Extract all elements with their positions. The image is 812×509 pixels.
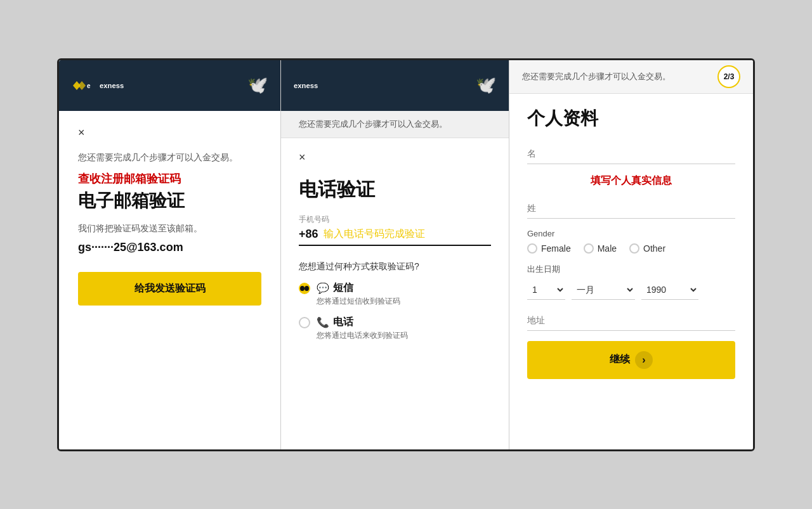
svg-text:exness: exness xyxy=(294,81,318,89)
sms-option-desc: 您将通过短信收到验证码 xyxy=(317,296,400,307)
dob-year-select[interactable]: 1990 xyxy=(641,280,698,300)
gender-male[interactable]: Male xyxy=(584,243,617,254)
phone-option-content: 📞 电话 您将通过电话来收到验证码 xyxy=(317,316,408,341)
dob-label: 出生日期 xyxy=(527,264,735,275)
exness-logo-2: exness xyxy=(294,79,325,93)
panel1-description: 我们将把验证码发送至该邮箱。 xyxy=(78,223,261,235)
svg-text:exness: exness xyxy=(100,81,124,89)
panel2-body: × 电话验证 手机号码 +86 输入电话号码完成验证 您想通过何种方式获取验证码… xyxy=(281,138,509,449)
panel1-step-text: 您还需要完成几个步骤才可以入金交易。 xyxy=(78,152,261,164)
panel-personal-info: 您还需要完成几个步骤才可以入金交易。 2/3 个人资料 填写个人真实信息 Gen… xyxy=(509,60,753,449)
send-code-button[interactable]: 给我发送验证码 xyxy=(78,272,261,306)
panel1-title: 电子邮箱验证 xyxy=(78,189,261,213)
phone-label: 手机号码 xyxy=(299,214,491,225)
panel-phone-verification: exness 🕊️ 您还需要完成几个步骤才可以入金交易。 × 电话验证 手机号码… xyxy=(281,60,509,449)
female-radio[interactable] xyxy=(527,243,537,254)
last-name-input[interactable] xyxy=(527,198,735,219)
phone-option[interactable]: 📞 电话 您将通过电话来收到验证码 xyxy=(299,316,491,341)
phone-radio[interactable] xyxy=(299,317,310,328)
female-label: Female xyxy=(541,243,571,254)
fill-info-annotation: 填写个人真实信息 xyxy=(527,174,735,188)
phone-option-desc: 您将通过电话来收到验证码 xyxy=(317,330,408,341)
phone-verification-title: 电话验证 xyxy=(299,177,491,203)
sms-option[interactable]: 💬 短信 您将通过短信收到验证码 xyxy=(299,281,491,307)
svg-text:e: e xyxy=(87,82,91,89)
gender-label: Gender xyxy=(527,229,735,238)
personal-info-title: 个人资料 xyxy=(527,106,735,131)
phone-placeholder-text: 输入电话号码完成验证 xyxy=(324,228,425,241)
panel1-body: × 您还需要完成几个步骤才可以入金交易。 查收注册邮箱验证码 电子邮箱验证 我们… xyxy=(59,111,280,449)
continue-arrow-icon: › xyxy=(635,351,653,369)
dob-month-select[interactable]: 一月 xyxy=(572,280,635,300)
panel1-email: gs·······25@163.com xyxy=(78,241,261,254)
step-badge: 2/3 xyxy=(717,65,740,88)
close-button-2[interactable]: × xyxy=(299,151,306,164)
phone-call-icon: 📞 xyxy=(317,316,329,328)
exness-logo-1: e exness xyxy=(72,79,131,93)
phone-input-row: +86 输入电话号码完成验证 xyxy=(299,228,491,246)
first-name-input[interactable] xyxy=(527,143,735,164)
panel2-top-text: 您还需要完成几个步骤才可以入金交易。 xyxy=(281,111,509,138)
sms-option-title: 💬 短信 xyxy=(317,281,400,295)
country-code: +86 xyxy=(299,228,318,241)
male-label: Male xyxy=(598,243,617,254)
gender-female[interactable]: Female xyxy=(527,243,571,254)
panel-email-verification: e exness 🕊️ × 您还需要完成几个步骤才可以入金交易。 查收注册邮箱验… xyxy=(59,60,281,449)
phone-option-title: 📞 电话 xyxy=(317,316,408,329)
continue-label: 继续 xyxy=(610,353,630,366)
dob-day-select[interactable]: 1 xyxy=(527,280,565,300)
panel3-body: 个人资料 填写个人真实信息 Gender Female Male xyxy=(509,94,753,449)
gender-other[interactable]: Other xyxy=(629,243,665,254)
male-radio[interactable] xyxy=(584,243,594,254)
sms-icon: 💬 xyxy=(317,282,329,294)
panel3-top: 您还需要完成几个步骤才可以入金交易。 2/3 xyxy=(509,60,753,94)
close-button-1[interactable]: × xyxy=(78,126,85,139)
other-label: Other xyxy=(643,243,665,254)
verify-question: 您想通过何种方式获取验证码? xyxy=(299,261,491,273)
continue-button[interactable]: 继续 › xyxy=(527,341,735,379)
other-radio[interactable] xyxy=(629,243,639,254)
sms-radio[interactable] xyxy=(299,283,310,294)
panel2-header: exness 🕊️ xyxy=(281,60,509,111)
address-input[interactable] xyxy=(527,310,735,331)
last-name-field[interactable] xyxy=(527,198,735,219)
sms-option-content: 💬 短信 您将通过短信收到验证码 xyxy=(317,281,400,307)
dove-icon-1: 🕊️ xyxy=(247,75,268,95)
panel1-header: e exness 🕊️ xyxy=(59,60,280,111)
exness-logo-icon-1: e xyxy=(72,79,95,93)
exness-wordmark-1: exness xyxy=(100,79,131,93)
screen-wrapper: e exness 🕊️ × 您还需要完成几个步骤才可以入金交易。 查收注册邮箱验… xyxy=(57,58,755,451)
dob-selects: 1 一月 1990 xyxy=(527,280,735,300)
panel1-annotation: 查收注册邮箱验证码 xyxy=(78,171,261,186)
gender-options: Female Male Other xyxy=(527,243,735,254)
first-name-field[interactable] xyxy=(527,143,735,164)
dove-icon-2: 🕊️ xyxy=(476,75,496,95)
exness-wordmark-2: exness xyxy=(294,79,325,93)
panel3-step-text: 您还需要完成几个步骤才可以入金交易。 xyxy=(522,71,671,82)
